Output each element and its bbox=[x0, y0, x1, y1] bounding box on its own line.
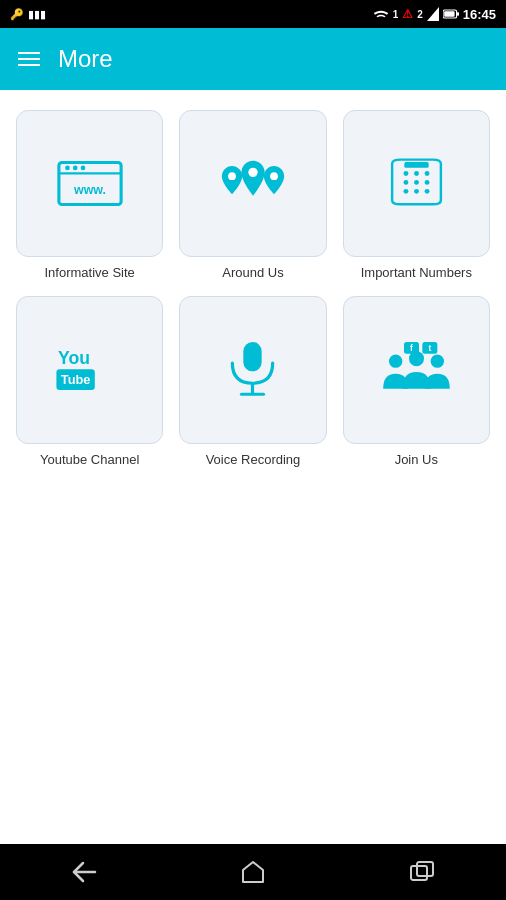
svg-point-8 bbox=[80, 166, 85, 171]
grid-item-youtube-channel[interactable]: You Tube Youtube Channel bbox=[16, 296, 163, 466]
label-informative-site: Informative Site bbox=[45, 265, 135, 280]
main-content: www. Informative Site bbox=[0, 90, 506, 844]
svg-point-7 bbox=[73, 166, 78, 171]
svg-text:t: t bbox=[428, 344, 431, 354]
label-join-us: Join Us bbox=[395, 452, 438, 467]
join-icon: f t bbox=[379, 337, 454, 402]
grid-item-voice-recording[interactable]: Voice Recording bbox=[179, 296, 326, 466]
grid-card-important-numbers bbox=[343, 110, 490, 257]
back-button[interactable] bbox=[59, 852, 109, 892]
grid-item-around-us[interactable]: Around Us bbox=[179, 110, 326, 280]
svg-point-15 bbox=[424, 171, 429, 176]
battery-icon bbox=[443, 8, 459, 20]
svg-rect-26 bbox=[244, 342, 262, 371]
alert-icon: ⚠ bbox=[402, 7, 413, 21]
page-title: More bbox=[58, 45, 113, 73]
hamburger-menu[interactable] bbox=[18, 52, 40, 66]
svg-point-31 bbox=[430, 355, 443, 368]
svg-rect-2 bbox=[456, 12, 458, 15]
status-right: 1 ⚠ 2 16:45 bbox=[373, 7, 496, 22]
svg-rect-3 bbox=[444, 11, 454, 17]
home-button[interactable] bbox=[228, 852, 278, 892]
svg-rect-38 bbox=[417, 862, 433, 876]
svg-text:f: f bbox=[410, 344, 413, 354]
sim2-indicator: 2 bbox=[417, 9, 423, 20]
label-important-numbers: Important Numbers bbox=[361, 265, 472, 280]
svg-point-19 bbox=[403, 189, 408, 194]
signal-bars: ▮▮▮ bbox=[28, 8, 46, 21]
time: 16:45 bbox=[463, 7, 496, 22]
grid-card-voice-recording bbox=[179, 296, 326, 443]
microphone-icon bbox=[225, 337, 280, 402]
svg-rect-37 bbox=[411, 866, 427, 880]
menu-grid: www. Informative Site bbox=[16, 110, 490, 467]
key-icon: 🔑 bbox=[10, 8, 24, 21]
svg-point-17 bbox=[414, 180, 419, 185]
svg-point-20 bbox=[414, 189, 419, 194]
www-icon: www. bbox=[55, 156, 125, 211]
svg-point-6 bbox=[65, 166, 70, 171]
svg-text:www.: www. bbox=[73, 183, 106, 197]
wifi-icon bbox=[373, 8, 389, 20]
svg-point-11 bbox=[248, 167, 257, 176]
svg-point-18 bbox=[424, 180, 429, 185]
label-around-us: Around Us bbox=[222, 265, 283, 280]
svg-point-13 bbox=[403, 171, 408, 176]
grid-item-informative-site[interactable]: www. Informative Site bbox=[16, 110, 163, 280]
svg-point-10 bbox=[228, 172, 236, 180]
grid-card-join-us: f t bbox=[343, 296, 490, 443]
app-bar: More bbox=[0, 28, 506, 90]
location-icon bbox=[218, 155, 288, 213]
label-youtube-channel: Youtube Channel bbox=[40, 452, 139, 467]
grid-card-around-us bbox=[179, 110, 326, 257]
status-left: 🔑 ▮▮▮ bbox=[10, 8, 46, 21]
svg-text:You: You bbox=[58, 348, 90, 368]
signal-icon bbox=[427, 7, 439, 21]
svg-point-16 bbox=[403, 180, 408, 185]
svg-rect-22 bbox=[404, 162, 428, 168]
youtube-icon: You Tube bbox=[50, 341, 130, 399]
svg-marker-0 bbox=[427, 7, 439, 21]
svg-text:Tube: Tube bbox=[60, 372, 90, 387]
svg-point-29 bbox=[389, 355, 402, 368]
sim1-indicator: 1 bbox=[393, 9, 399, 20]
label-voice-recording: Voice Recording bbox=[206, 452, 301, 467]
svg-point-14 bbox=[414, 171, 419, 176]
svg-point-21 bbox=[424, 189, 429, 194]
status-bar: 🔑 ▮▮▮ 1 ⚠ 2 16:45 bbox=[0, 0, 506, 28]
grid-card-informative-site: www. bbox=[16, 110, 163, 257]
grid-item-join-us[interactable]: f t Join Us bbox=[343, 296, 490, 466]
phone-icon bbox=[384, 154, 449, 214]
recents-button[interactable] bbox=[397, 852, 447, 892]
svg-point-12 bbox=[270, 172, 278, 180]
grid-card-youtube-channel: You Tube bbox=[16, 296, 163, 443]
bottom-nav-bar bbox=[0, 844, 506, 900]
grid-item-important-numbers[interactable]: Important Numbers bbox=[343, 110, 490, 280]
